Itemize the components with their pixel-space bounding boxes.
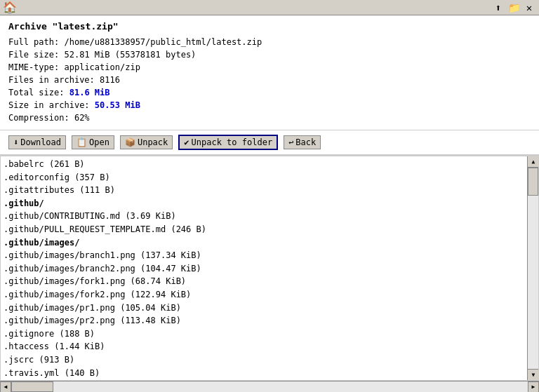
list-item[interactable]: .github/ bbox=[4, 197, 535, 210]
action-bar: ⬇ Download 📋 Open 📦 Unpack ✔ Unpack to f… bbox=[0, 130, 539, 156]
toolbar-right-icons: ⬆ 📁 ✕ bbox=[491, 1, 536, 14]
list-item[interactable]: .gitattributes (111 B) bbox=[4, 184, 535, 197]
unpack-label: Unpack bbox=[138, 137, 168, 147]
vertical-scrollbar[interactable]: ▲ ▼ bbox=[527, 156, 538, 380]
scroll-down-button[interactable]: ▼ bbox=[528, 369, 539, 380]
file-list-container: .babelrc (261 B).editorconfig (357 B).gi… bbox=[0, 156, 539, 381]
files-line: Files in archive: 8116 bbox=[8, 74, 531, 86]
v-scroll-track bbox=[528, 168, 538, 369]
files-label: Files in archive: bbox=[8, 75, 100, 85]
list-item[interactable]: .github/images/fork1.png (68.74 KiB) bbox=[4, 275, 535, 288]
archive-title: Archive "latest.zip" bbox=[8, 21, 531, 32]
full-path-value: /home/u881338957/public_html/latest.zip bbox=[64, 37, 262, 47]
list-item[interactable]: .babelrc (261 B) bbox=[4, 158, 535, 171]
open-button[interactable]: 📋 Open bbox=[72, 135, 114, 149]
file-size-line: File size: 52.81 MiB (55378181 bytes) bbox=[8, 48, 531, 61]
list-item[interactable]: .github/PULL_REQUEST_TEMPLATE.md (246 B) bbox=[4, 223, 535, 236]
list-item[interactable]: .github/images/ bbox=[4, 236, 535, 250]
list-item[interactable]: .gitignore (188 B) bbox=[4, 327, 535, 341]
file-list: .babelrc (261 B).editorconfig (357 B).gi… bbox=[4, 158, 535, 380]
scroll-left-button[interactable]: ◀ bbox=[0, 381, 11, 393]
unpack-button[interactable]: 📦 Unpack bbox=[120, 135, 173, 149]
list-item[interactable]: .jscrc (913 B) bbox=[4, 353, 535, 367]
h-scroll-track bbox=[11, 381, 528, 392]
file-list-scroll[interactable]: .babelrc (261 B).editorconfig (357 B).gi… bbox=[1, 156, 538, 380]
horizontal-scrollbar[interactable]: ◀ ▶ bbox=[0, 381, 539, 392]
folder-icon[interactable]: 📁 bbox=[507, 1, 521, 14]
total-size-value: 81.6 MiB bbox=[69, 88, 110, 97]
list-item[interactable]: .github/images/fork2.png (122.94 KiB) bbox=[4, 288, 535, 302]
size-in-archive-value: 50.53 MiB bbox=[95, 100, 140, 110]
back-label: Back bbox=[295, 137, 316, 147]
top-toolbar: 🏠 ⬆ 📁 ✕ bbox=[0, 0, 539, 15]
compression-line: Compression: 62% bbox=[8, 111, 531, 124]
file-size-value: 52.81 MiB (55378181 bytes) bbox=[64, 50, 196, 60]
list-item[interactable]: .htaccess (1.44 KiB) bbox=[4, 340, 535, 353]
home-icon[interactable]: 🏠 bbox=[3, 1, 17, 14]
h-scroll-thumb[interactable] bbox=[11, 381, 53, 392]
list-item[interactable]: .github/images/pr2.png (113.48 KiB) bbox=[4, 314, 535, 327]
open-icon: 📋 bbox=[76, 137, 87, 147]
mime-value: application/zip bbox=[64, 62, 140, 72]
list-item[interactable]: .github/images/pr1.png (105.04 KiB) bbox=[4, 302, 535, 315]
open-label: Open bbox=[89, 137, 109, 147]
unpack-to-folder-label: Unpack to folder bbox=[192, 137, 273, 147]
file-size-label: File size: bbox=[8, 50, 64, 60]
back-button[interactable]: ↩ Back bbox=[284, 135, 321, 149]
upload-icon[interactable]: ⬆ bbox=[491, 1, 505, 14]
scroll-right-button[interactable]: ▶ bbox=[528, 381, 539, 393]
size-in-archive-line: Size in archive: 50.53 MiB bbox=[8, 99, 531, 111]
mime-label: MIME-type: bbox=[8, 62, 64, 72]
list-item[interactable]: .travis.yml (140 B) bbox=[4, 367, 535, 380]
compression-value: 62% bbox=[74, 113, 90, 123]
archive-info: Archive "latest.zip" Full path: /home/u8… bbox=[0, 15, 539, 130]
files-value: 8116 bbox=[100, 75, 120, 85]
v-scroll-thumb[interactable] bbox=[528, 168, 538, 196]
download-label: Download bbox=[20, 137, 61, 147]
total-size-label: Total size: bbox=[8, 88, 69, 97]
size-in-archive-label: Size in archive: bbox=[8, 100, 95, 110]
download-button[interactable]: ⬇ Download bbox=[8, 135, 66, 149]
list-item[interactable]: .github/CONTRIBUTING.md (3.69 KiB) bbox=[4, 210, 535, 223]
unpack-icon: 📦 bbox=[125, 137, 135, 147]
scroll-up-button[interactable]: ▲ bbox=[528, 156, 539, 168]
list-item[interactable]: .editorconfig (357 B) bbox=[4, 171, 535, 184]
list-item[interactable]: .github/images/branch1.png (137.34 KiB) bbox=[4, 249, 535, 262]
total-size-line: Total size: 81.6 MiB bbox=[8, 86, 531, 99]
download-icon: ⬇ bbox=[13, 137, 18, 147]
mime-line: MIME-type: application/zip bbox=[8, 61, 531, 74]
list-item[interactable]: LICENSE (24.8 KiB) bbox=[4, 379, 535, 380]
back-icon: ↩ bbox=[288, 137, 293, 147]
main-content: Archive "latest.zip" Full path: /home/u8… bbox=[0, 15, 539, 392]
full-path-label: Full path: bbox=[8, 37, 64, 47]
unpack-to-folder-icon: ✔ bbox=[184, 137, 189, 147]
close-icon[interactable]: ✕ bbox=[522, 1, 536, 14]
unpack-to-folder-button[interactable]: ✔ Unpack to folder bbox=[178, 135, 278, 150]
compression-label: Compression: bbox=[8, 113, 74, 123]
list-item[interactable]: .github/images/branch2.png (104.47 KiB) bbox=[4, 262, 535, 276]
full-path-line: Full path: /home/u881338957/public_html/… bbox=[8, 36, 531, 48]
